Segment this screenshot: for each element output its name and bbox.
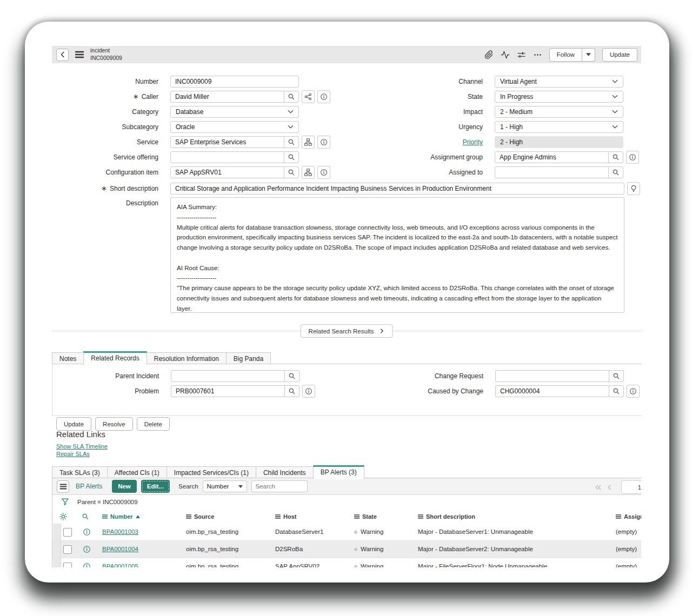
row-checkbox[interactable] [63,545,72,554]
change-request-search-icon[interactable] [609,371,623,381]
column-header-host[interactable]: Host [275,510,296,524]
back-button[interactable] [56,49,69,61]
follow-caret-button[interactable] [582,48,595,62]
update-button-header[interactable]: Update [602,48,637,62]
problem-search-icon[interactable] [284,386,299,397]
priority-readonly-field: 2 - High [495,136,623,148]
column-header-source[interactable]: Source [186,510,214,524]
filter-breadcrumb[interactable]: Parent = INC0009009 [77,495,138,510]
column-header-assigned[interactable]: Assigned [616,510,641,524]
service-field[interactable] [170,136,299,148]
personalize-form-icon[interactable] [517,50,526,59]
cell-short-description: Major - DatabaseServer2: Unmanageable [418,541,533,558]
description-textarea[interactable]: AIA Summary: ------------------- Multipl… [170,197,624,313]
caused-by-change-info-icon[interactable] [627,385,640,398]
tab-affected-cis[interactable]: Affected CIs (1) [107,466,167,479]
table-row[interactable]: BPA0001004 oim.bp_rsa_testing D2SRoBa Wa… [52,541,641,558]
ci-dependency-tree-icon[interactable] [302,166,315,179]
service-dependency-tree-icon[interactable] [302,136,315,149]
resolve-button[interactable]: Resolve [95,417,133,431]
list-search-icon[interactable] [82,513,89,520]
row-checkbox[interactable] [63,563,72,567]
show-sla-timeline-link[interactable]: Show SLA Timeline [56,443,108,450]
caller-info-icon[interactable] [317,90,330,103]
row-checkbox[interactable] [63,528,72,537]
list-menu-icon[interactable] [57,480,69,493]
caller-search-icon[interactable] [284,91,298,102]
page-number-input[interactable] [621,480,641,494]
list-search-input[interactable] [251,480,308,492]
change-request-field[interactable] [495,370,624,382]
short-description-field[interactable] [170,183,624,195]
tab-child-incidents[interactable]: Child Incidents [256,466,314,479]
more-options-icon[interactable] [533,50,542,59]
caller-contact-icon[interactable] [302,90,315,103]
assignment-group-info-icon[interactable] [626,151,639,164]
delete-button[interactable]: Delete [137,417,170,431]
table-body: BPA0001003 oim.bp_rsa_testing DatabaseSe… [52,524,641,567]
category-select[interactable]: Database [170,106,299,118]
column-header-number[interactable]: Number [102,510,140,524]
follow-button[interactable]: Follow [549,48,582,62]
context-menu-icon[interactable] [75,51,84,58]
parent-incident-field[interactable] [171,370,300,382]
tab-notes[interactable]: Notes [52,352,84,365]
tab-big-panda[interactable]: Big Panda [226,352,271,365]
table-row[interactable]: BPA0001005 oim.bp_rsa_testing SAP AppSRV… [52,558,641,567]
previous-page-icon[interactable] [607,484,612,491]
activity-stream-icon[interactable] [501,50,510,59]
service-offering-field[interactable] [170,151,299,163]
service-search-icon[interactable] [284,137,298,148]
assignment-group-search-icon[interactable] [608,152,623,163]
alert-number-link[interactable]: BPA0001004 [102,541,138,558]
search-column-select[interactable]: Number [203,480,247,492]
subcategory-select[interactable]: Oracle [170,121,299,133]
tab-impacted-services[interactable]: Impacted Services/CIs (1) [167,466,256,479]
gear-icon[interactable] [59,512,68,521]
attachment-icon[interactable] [484,50,494,59]
repair-slas-link[interactable]: Repair SLAs [56,451,90,457]
tab-bp-alerts[interactable]: BP Alerts (3) [313,465,364,479]
alert-number-link[interactable]: BPA0001003 [102,524,138,540]
list-title[interactable]: BP Alerts [76,483,102,490]
configuration-item-search-icon[interactable] [284,167,298,178]
row-info-icon[interactable] [83,563,91,567]
caused-by-change-field[interactable] [495,385,624,397]
row-info-icon[interactable] [83,545,91,553]
tab-related-records[interactable]: Related Records [83,351,147,365]
priority-label-link[interactable]: Priority [463,136,483,148]
caller-field[interactable] [170,91,299,103]
new-button[interactable]: New [112,480,137,493]
column-header-short-description[interactable]: Short description [418,510,475,524]
caller-label: ∗Caller [52,91,158,103]
impact-select[interactable]: 2 - Medium [495,106,623,118]
caused-by-change-search-icon[interactable] [609,386,623,397]
channel-select[interactable]: Virtual Agent [495,76,623,88]
configuration-item-label: Configuration item [52,166,158,178]
assigned-to-field[interactable] [495,166,623,178]
edit-button[interactable]: Edit... [141,480,170,493]
parent-incident-search-icon[interactable] [284,371,299,381]
column-header-state[interactable]: State [354,510,377,524]
state-select[interactable]: In Progress [495,91,623,103]
tab-resolution-information[interactable]: Resolution Information [147,352,227,365]
row-info-icon[interactable] [83,528,91,536]
assignment-group-field[interactable] [495,151,623,163]
alert-number-link[interactable]: BPA0001005 [102,558,138,567]
problem-field[interactable] [171,385,300,397]
related-search-results-button[interactable]: Related Search Results [301,324,393,338]
configuration-item-field[interactable] [170,166,299,178]
service-offering-search-icon[interactable] [284,152,298,163]
suggestion-lightbulb-icon[interactable] [627,182,640,195]
ci-info-icon[interactable] [317,166,330,179]
first-page-icon[interactable] [594,484,602,491]
update-button[interactable]: Update [56,417,91,431]
service-info-icon[interactable] [317,136,330,149]
assigned-to-search-icon[interactable] [608,167,623,178]
urgency-select[interactable]: 1 - High [495,121,623,133]
problem-info-icon[interactable] [302,385,315,398]
number-field[interactable] [170,76,299,88]
table-row[interactable]: BPA0001003 oim.bp_rsa_testing DatabaseSe… [52,524,641,541]
tab-task-slas[interactable]: Task SLAs (3) [52,466,108,479]
funnel-icon[interactable] [61,498,69,506]
